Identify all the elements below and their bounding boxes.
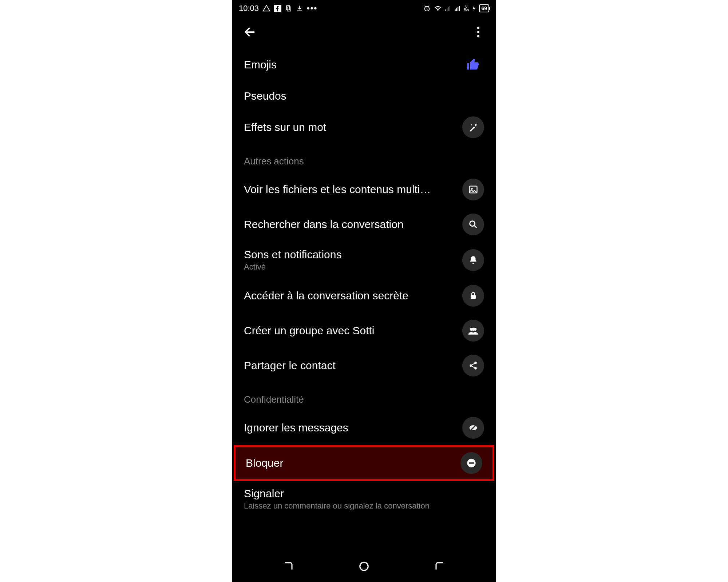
svg-rect-2 bbox=[288, 7, 291, 11]
row-signaler[interactable]: Signaler Laissez un commentaire ou signa… bbox=[232, 481, 496, 517]
row-label: Rechercher dans la conversation bbox=[244, 218, 456, 231]
row-bloquer[interactable]: Bloquer bbox=[236, 447, 492, 479]
row-label: Signaler bbox=[244, 487, 478, 500]
facebook-icon bbox=[274, 5, 281, 12]
status-left: 10:03 ••• bbox=[239, 4, 317, 13]
svg-rect-8 bbox=[450, 6, 450, 11]
phone-frame: 10:03 ••• bbox=[232, 0, 496, 582]
row-sublabel: Laissez un commentaire ou signalez la co… bbox=[244, 501, 478, 511]
row-sons-notifications[interactable]: Sons et notifications Activé bbox=[232, 242, 496, 278]
row-partager-contact[interactable]: Partager le contact bbox=[232, 348, 496, 383]
row-label: Effets sur un mot bbox=[244, 121, 456, 133]
svg-rect-1 bbox=[286, 6, 289, 10]
more-options-button[interactable] bbox=[471, 25, 486, 39]
alarm-icon bbox=[423, 4, 431, 12]
svg-point-22 bbox=[472, 328, 475, 331]
row-effets[interactable]: Effets sur un mot bbox=[232, 110, 496, 145]
svg-point-18 bbox=[470, 221, 475, 226]
status-time: 10:03 bbox=[239, 4, 259, 13]
svg-rect-12 bbox=[459, 6, 460, 11]
row-label: Sons et notifications bbox=[244, 248, 456, 261]
status-bar: 10:03 ••• bbox=[232, 0, 496, 17]
row-ignorer-messages[interactable]: Ignorer les messages bbox=[232, 410, 496, 445]
thumbs-up-icon bbox=[462, 54, 484, 76]
nav-recent-button[interactable] bbox=[280, 558, 296, 574]
row-emojis[interactable]: Emojis bbox=[232, 47, 496, 82]
settings-list: Emojis Pseudos Effets sur un mot Autres … bbox=[232, 47, 496, 517]
svg-point-24 bbox=[470, 364, 472, 367]
row-label: Ignorer les messages bbox=[244, 422, 456, 434]
triangle-icon bbox=[262, 4, 270, 12]
bell-icon bbox=[462, 249, 484, 271]
svg-point-13 bbox=[477, 27, 479, 29]
svg-point-30 bbox=[360, 562, 368, 571]
row-label: Bloquer bbox=[246, 457, 455, 469]
svg-point-4 bbox=[438, 10, 439, 11]
row-label: Emojis bbox=[244, 59, 456, 71]
svg-rect-7 bbox=[448, 7, 449, 11]
magic-wand-icon bbox=[462, 116, 484, 138]
signal-1-icon bbox=[445, 5, 451, 12]
highlight-bloquer: Bloquer bbox=[234, 445, 494, 481]
svg-point-14 bbox=[477, 31, 479, 33]
svg-point-23 bbox=[474, 362, 477, 364]
search-icon bbox=[462, 214, 484, 235]
android-navbar bbox=[232, 551, 496, 582]
app-bar bbox=[232, 17, 496, 47]
image-icon bbox=[462, 179, 484, 200]
svg-rect-5 bbox=[445, 9, 446, 11]
svg-point-25 bbox=[474, 367, 477, 370]
nav-home-button[interactable] bbox=[356, 558, 372, 574]
ignore-icon bbox=[462, 417, 484, 439]
row-conversation-secrete[interactable]: Accéder à la conversation secrète bbox=[232, 278, 496, 313]
svg-rect-10 bbox=[456, 8, 457, 11]
signal-2-icon bbox=[454, 5, 461, 12]
svg-rect-9 bbox=[455, 9, 455, 11]
document-icon bbox=[285, 5, 292, 12]
back-button[interactable] bbox=[242, 25, 257, 39]
download-icon bbox=[296, 5, 303, 12]
svg-rect-29 bbox=[469, 462, 474, 464]
nav-back-button[interactable] bbox=[432, 558, 448, 574]
svg-rect-11 bbox=[458, 7, 458, 11]
row-label: Créer un groupe avec Sotti bbox=[244, 324, 456, 337]
svg-rect-6 bbox=[447, 8, 447, 11]
data-rate: 0 B/s bbox=[464, 5, 469, 12]
row-rechercher[interactable]: Rechercher dans la conversation bbox=[232, 207, 496, 242]
row-pseudos[interactable]: Pseudos bbox=[232, 82, 496, 110]
block-icon bbox=[460, 452, 482, 474]
row-creer-groupe[interactable]: Créer un groupe avec Sotti bbox=[232, 313, 496, 348]
group-icon bbox=[462, 320, 484, 342]
svg-point-17 bbox=[471, 188, 473, 190]
section-privacy: Confidentialité bbox=[232, 383, 496, 410]
row-label: Partager le contact bbox=[244, 359, 456, 372]
more-notifications-icon: ••• bbox=[307, 4, 317, 13]
section-actions: Autres actions bbox=[232, 145, 496, 172]
share-icon bbox=[462, 355, 484, 376]
wifi-icon bbox=[434, 4, 442, 12]
row-sublabel: Activé bbox=[244, 262, 456, 272]
charging-icon bbox=[472, 5, 476, 12]
svg-rect-19 bbox=[471, 295, 476, 299]
lock-icon bbox=[462, 285, 484, 307]
battery-indicator: 69 bbox=[479, 4, 489, 12]
row-label: Pseudos bbox=[244, 90, 478, 102]
row-voir-fichiers[interactable]: Voir les fichiers et les contenus multi… bbox=[232, 172, 496, 207]
row-label: Accéder à la conversation secrète bbox=[244, 290, 456, 302]
row-label: Voir les fichiers et les contenus multi… bbox=[244, 183, 456, 196]
status-right: 0 B/s 69 bbox=[423, 4, 489, 12]
svg-point-15 bbox=[477, 35, 479, 37]
